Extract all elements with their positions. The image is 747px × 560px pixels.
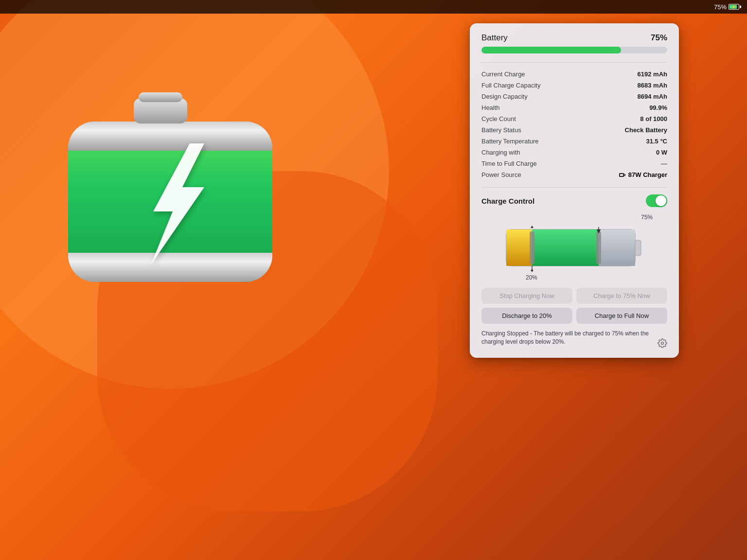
value-charging-with: 0 W — [656, 149, 667, 156]
label-charging-with: Charging with — [481, 149, 520, 156]
gear-icon[interactable] — [658, 338, 667, 348]
bolt-icon: ⚡ — [731, 5, 736, 9]
app-icon — [49, 73, 292, 316]
battery-visual-svg — [501, 225, 647, 273]
svg-rect-7 — [620, 174, 623, 176]
battery-percent-display: 75% — [651, 33, 667, 43]
value-time-to-full: — — [661, 160, 667, 167]
stop-charging-button[interactable]: Stop Charging Now — [481, 288, 572, 304]
row-time-to-full: Time to Full Charge — — [481, 158, 667, 169]
info-section: Current Charge 6192 mAh Full Charge Capa… — [481, 62, 667, 180]
value-full-charge: 8683 mAh — [638, 82, 667, 89]
svg-rect-14 — [599, 229, 635, 266]
row-cycle-count: Cycle Count 8 of 1000 — [481, 113, 667, 124]
label-cycle-count: Cycle Count — [481, 115, 516, 122]
label-design-capacity: Design Capacity — [481, 93, 528, 100]
svg-rect-6 — [139, 92, 182, 102]
row-charging-with: Charging with 0 W — [481, 147, 667, 158]
battery-menu-shape: ⚡ — [729, 4, 739, 10]
menubar: 75% ⚡ — [0, 0, 747, 14]
charge-to-75-button[interactable]: Charge to 75% Now — [576, 288, 667, 304]
row-battery-status: Battery Status Check Battery — [481, 124, 667, 136]
svg-rect-16 — [596, 231, 601, 264]
value-battery-status: Check Battery — [625, 126, 667, 134]
svg-rect-15 — [530, 231, 534, 264]
svg-rect-17 — [635, 240, 641, 256]
row-current-charge: Current Charge 6192 mAh — [481, 69, 667, 80]
svg-rect-3 — [68, 122, 272, 151]
label-health: Health — [481, 104, 500, 111]
label-battery-status: Battery Status — [481, 126, 521, 134]
value-design-capacity: 8694 mAh — [638, 93, 667, 100]
value-cycle-count: 8 of 1000 — [640, 115, 667, 122]
value-health: 99.9% — [649, 104, 667, 111]
power-source-text: 87W Charger — [628, 171, 667, 178]
svg-rect-4 — [68, 253, 272, 282]
row-design-capacity: Design Capacity 8694 mAh — [481, 91, 667, 102]
popup-panel: Battery 75% Current Charge 6192 mAh Full… — [470, 23, 679, 358]
menubar-battery[interactable]: 75% ⚡ — [714, 3, 739, 11]
svg-marker-21 — [531, 226, 534, 228]
svg-point-22 — [661, 342, 664, 344]
value-power-source: 87W Charger — [619, 171, 667, 178]
label-time-to-full: Time to Full Charge — [481, 160, 537, 167]
panel-footer: Charging Stopped - The battery will be c… — [481, 330, 667, 348]
battery-title: Battery — [481, 33, 508, 43]
battery-visual-container: 75% — [481, 214, 667, 281]
label-20-container: 20% — [501, 273, 647, 281]
label-full-charge: Full Charge Capacity — [481, 82, 540, 89]
label-battery-temp: Battery Temperature — [481, 138, 539, 145]
charger-icon — [619, 172, 626, 178]
label-power-source: Power Source — [481, 171, 521, 178]
row-full-charge: Full Charge Capacity 8683 mAh — [481, 80, 667, 91]
buttons-grid: Stop Charging Now Charge to 75% Now Disc… — [481, 288, 667, 324]
row-health: Health 99.9% — [481, 102, 667, 113]
row-battery-temp: Battery Temperature 31.5 °C — [481, 136, 667, 147]
value-current-charge: 6192 mAh — [638, 70, 667, 78]
battery-header: Battery 75% — [481, 33, 667, 43]
menubar-right: 75% ⚡ — [714, 3, 739, 11]
menubar-battery-icon: ⚡ — [729, 4, 739, 10]
battery-progress-fill — [481, 47, 621, 53]
battery-svg-wrapper — [501, 225, 647, 273]
charge-to-full-button[interactable]: Charge to Full Now — [576, 308, 667, 324]
charge-control-title: Charge Control — [481, 197, 534, 205]
value-battery-temp: 31.5 °C — [646, 138, 667, 145]
label-75-percent: 75% — [641, 214, 653, 221]
svg-marker-20 — [531, 270, 534, 272]
menubar-battery-percent: 75% — [714, 3, 727, 11]
svg-rect-12 — [532, 229, 599, 266]
charge-control-header: Charge Control — [481, 194, 667, 207]
charge-control-toggle[interactable] — [646, 194, 667, 207]
label-20-percent: 20% — [526, 274, 537, 281]
status-text: Charging Stopped - The battery will be c… — [481, 330, 654, 346]
toggle-knob — [656, 195, 666, 206]
battery-progress-bar — [481, 47, 667, 53]
discharge-to-20-button[interactable]: Discharge to 20% — [481, 308, 572, 324]
row-power-source: Power Source 87W Charger — [481, 169, 667, 180]
charge-control-section: Charge Control 75% — [481, 187, 667, 348]
battery-visual-labels: 75% — [481, 214, 667, 225]
label-current-charge: Current Charge — [481, 70, 525, 78]
app-icon-container — [49, 73, 292, 318]
